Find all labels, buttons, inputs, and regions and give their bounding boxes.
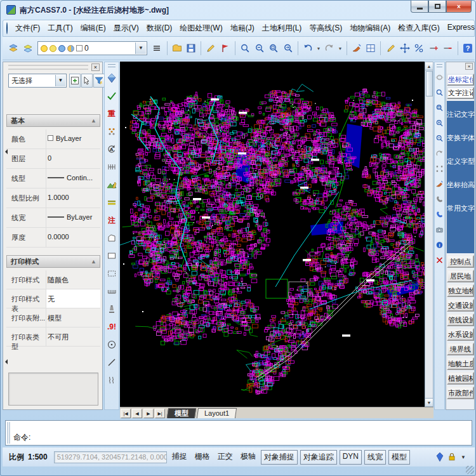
- property-row[interactable]: 图层0: [6, 149, 100, 169]
- toolbar-grip[interactable]: [437, 64, 442, 67]
- osnap-settings-icon[interactable]: [435, 161, 444, 176]
- property-row[interactable]: 打印表附...模型: [6, 308, 100, 327]
- command-splitter[interactable]: [7, 422, 10, 444]
- menu-item-11[interactable]: Express: [444, 20, 476, 36]
- property-row[interactable]: 打印样式表无: [6, 289, 100, 308]
- orbit-icon[interactable]: [435, 70, 444, 85]
- zoom-window-icon[interactable]: [435, 100, 444, 116]
- menu-item-1[interactable]: 工具(T): [44, 20, 76, 36]
- toggle-极轴[interactable]: 极轴: [238, 450, 258, 465]
- resize-grip[interactable]: [466, 466, 474, 474]
- undo-dropdown[interactable]: ▼: [315, 41, 322, 56]
- menu-item-3[interactable]: 显示(V): [110, 20, 143, 36]
- olive-bars-icon[interactable]: [105, 194, 119, 211]
- layer-states-button[interactable]: [21, 41, 34, 56]
- property-value[interactable]: 无: [46, 289, 100, 308]
- named-views-button[interactable]: [364, 41, 377, 56]
- scroll-down-icon[interactable]: ▼: [425, 398, 433, 406]
- menu-item-2[interactable]: 编辑(E): [77, 20, 110, 36]
- tab-nav-0[interactable]: |◀: [121, 409, 131, 418]
- right-panel-close-icon[interactable]: ×: [465, 63, 473, 70]
- toggle-正交[interactable]: 正交: [215, 450, 235, 465]
- command-box[interactable]: 命令:: [5, 420, 472, 446]
- menu-item-0[interactable]: 文件(F): [11, 20, 44, 36]
- stamp-icon[interactable]: [105, 301, 119, 317]
- category-button-7[interactable]: 地貌土质: [447, 357, 474, 370]
- tab-nav-2[interactable]: ▶: [143, 409, 154, 418]
- move-button[interactable]: [399, 41, 411, 56]
- zoom-previous-icon[interactable]: [435, 146, 444, 161]
- category-button-9[interactable]: 市政部件: [447, 387, 474, 399]
- minimize-button[interactable]: [411, 1, 428, 13]
- scale-rotate-button[interactable]: [413, 41, 425, 56]
- menu-item-8[interactable]: 等高线(S): [305, 20, 346, 36]
- zoom-out-button[interactable]: [253, 41, 265, 56]
- tab-模型[interactable]: 模型: [167, 408, 196, 418]
- phone-icon[interactable]: [435, 192, 444, 207]
- redo-button[interactable]: [323, 41, 336, 56]
- menu-item-4[interactable]: 数据(D): [143, 20, 176, 36]
- collapse-chevron-icon[interactable]: ▲: [91, 256, 96, 267]
- section-header-0[interactable]: 基本▲: [6, 114, 100, 127]
- delete-icon[interactable]: [435, 253, 444, 268]
- draw-check-icon[interactable]: [105, 88, 119, 104]
- property-value[interactable]: 不可用: [46, 327, 100, 346]
- category-button-0[interactable]: 控制点: [447, 255, 474, 268]
- submenu-item-1[interactable]: 变换字体: [447, 133, 474, 143]
- toggle-对象捕捉[interactable]: 对象捕捉: [261, 450, 298, 465]
- category-button-1[interactable]: 居民地: [447, 270, 474, 282]
- palette-scroll-up[interactable]: [3, 149, 8, 154]
- property-row[interactable]: 线型Contin...: [6, 169, 100, 188]
- menu-item-10[interactable]: 检查入库(G): [394, 20, 443, 36]
- symbol-library-icon[interactable]: [105, 70, 119, 86]
- communication-icon[interactable]: [435, 452, 445, 462]
- property-value[interactable]: ByLayer: [46, 208, 100, 227]
- point-cluster-icon[interactable]: [105, 123, 119, 140]
- scroll-up-icon[interactable]: ▲: [425, 62, 433, 70]
- comb-icon[interactable]: [105, 283, 119, 300]
- property-row[interactable]: 打印表类型不可用: [6, 327, 100, 347]
- category-button-8[interactable]: 植被园林: [447, 372, 474, 385]
- toggle-线宽[interactable]: 线宽: [364, 450, 386, 465]
- dotted-rectangle-icon[interactable]: [105, 265, 119, 282]
- menu-item-9[interactable]: 地物编辑(A): [346, 20, 394, 36]
- collapse-chevron-icon[interactable]: ▲: [91, 115, 96, 126]
- category-button-6[interactable]: 境界线: [447, 343, 474, 355]
- maximize-button[interactable]: [428, 1, 446, 13]
- terrain-edit-icon[interactable]: [105, 176, 119, 193]
- menu-item-6[interactable]: 地籍(J): [227, 20, 258, 36]
- tab-nav-1[interactable]: ◀: [132, 409, 142, 418]
- properties-close-icon[interactable]: ×: [91, 63, 100, 71]
- open-button[interactable]: [170, 41, 183, 56]
- submenu-item-3[interactable]: 坐标抬高: [447, 180, 474, 190]
- vertical-scrollbar[interactable]: ▲ ▼: [425, 62, 433, 407]
- annotate-text-icon[interactable]: 注: [105, 212, 119, 228]
- extend-button[interactable]: [427, 41, 440, 56]
- edit-pencil-button[interactable]: [204, 41, 217, 56]
- select-objects-button[interactable]: [81, 74, 93, 88]
- equal-interval-icon[interactable]: [105, 159, 119, 175]
- property-value[interactable]: 1.0000: [46, 188, 100, 208]
- circle-center-icon[interactable]: [105, 336, 119, 353]
- redline-flag-button[interactable]: [219, 41, 232, 56]
- camera-icon[interactable]: [435, 222, 444, 237]
- elevation-label-icon[interactable]: .9!: [105, 319, 119, 335]
- chevron-down-icon[interactable]: ▼: [135, 43, 146, 54]
- redo-dropdown[interactable]: ▼: [337, 41, 343, 56]
- property-value[interactable]: ByLayer: [46, 129, 100, 149]
- category-button-3[interactable]: 交通设施: [447, 299, 474, 312]
- submenu-item-2[interactable]: 定义字型: [447, 157, 474, 166]
- submenu-item-4[interactable]: 常用文字: [447, 204, 474, 213]
- sketch-button[interactable]: [384, 41, 397, 56]
- property-row[interactable]: 厚度0.0000: [6, 228, 100, 248]
- drawing-canvas[interactable]: [120, 62, 425, 407]
- repeat-command-icon[interactable]: 重: [105, 105, 119, 122]
- tab-nav-3[interactable]: ▶|: [155, 409, 165, 418]
- category-button-4[interactable]: 管线设施: [447, 314, 474, 326]
- phone-blue-icon[interactable]: [435, 207, 444, 222]
- property-value[interactable]: 模型: [46, 308, 100, 327]
- toggle-DYN[interactable]: DYN: [340, 450, 362, 465]
- zoom-realtime-button[interactable]: [239, 41, 251, 56]
- lock-icon[interactable]: [447, 452, 457, 462]
- category-button-2[interactable]: 独立地物: [447, 284, 474, 297]
